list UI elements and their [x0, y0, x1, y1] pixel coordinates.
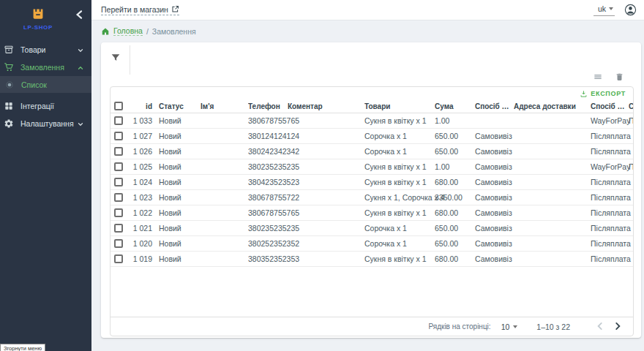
next-page-button[interactable] [613, 321, 624, 333]
column-header-phone[interactable]: Телефон [248, 100, 288, 113]
cell-sum: 680.00 [435, 174, 475, 189]
export-button[interactable]: ЕКСПОРТ [580, 90, 626, 98]
row-checkbox[interactable] [114, 132, 123, 140]
row-checkbox[interactable] [114, 239, 123, 248]
table-row[interactable]: 1 025Новий380235235235Сукня в квітку x 1… [111, 159, 633, 174]
account-button[interactable] [624, 4, 637, 16]
column-header-sum[interactable]: Сума [435, 100, 475, 113]
table-row[interactable]: 1 021Новий380235235235Сорочка x 1650.00С… [111, 220, 633, 235]
filter-button[interactable] [110, 52, 123, 65]
language-select[interactable]: uk [594, 4, 615, 16]
cell-status: Новий [159, 189, 201, 205]
cell-phone: 380242342342 [248, 143, 288, 159]
table-row[interactable]: 1 019Новий380352352353Сукня в квітку x 1… [111, 251, 633, 266]
cell-payment: Післяплата [591, 189, 629, 205]
rows-per-page-select[interactable]: 10 [501, 322, 518, 331]
table-row[interactable]: 1 033Новий380678755765Сукня в квітку x 1… [111, 113, 633, 128]
column-header-products[interactable]: Товари [364, 100, 435, 113]
column-header-id[interactable]: id [129, 100, 159, 113]
go-to-store-link[interactable]: Перейти в магазин [101, 5, 179, 15]
chevron-down-icon [77, 47, 84, 54]
chevron-left-icon [595, 321, 605, 331]
table-row[interactable]: 1 022Новий380678755765Сукня в квітку x 1… [111, 205, 633, 220]
collapse-sidebar-button[interactable] [74, 9, 86, 20]
column-header-comment[interactable]: Коментар [288, 100, 364, 113]
cell-sum: 650.00 [435, 235, 475, 251]
rows-per-page-value: 10 [501, 322, 510, 331]
cell-phone: 380235235235 [248, 220, 288, 235]
cell-status: Новий [159, 251, 201, 266]
row-checkbox[interactable] [114, 193, 123, 202]
cell-payment: Післяплата [591, 235, 629, 251]
cell-status: Новий [159, 113, 201, 128]
apps-icon [4, 101, 14, 111]
breadcrumb-home-link[interactable]: Головна [113, 26, 143, 36]
cart-icon [4, 62, 14, 72]
external-link-icon [171, 5, 179, 13]
column-header-name[interactable]: Ім'я [201, 100, 248, 113]
select-all-checkbox[interactable] [114, 102, 123, 110]
language-value: uk [598, 4, 606, 13]
row-checkbox[interactable] [114, 254, 123, 263]
cell-address [514, 235, 591, 251]
table-scroll-area[interactable]: id Статус Ім'я Телефон Коментар Товари С… [111, 100, 633, 267]
cell-delivery: Самовивіз [475, 220, 514, 235]
content-area: Головна / Замовлення [91, 20, 644, 351]
cell-payment: Післяплата [591, 143, 629, 159]
column-header-payment[interactable]: Спосіб оп... [591, 100, 629, 113]
sidebar-item-settings[interactable]: Налаштування [0, 115, 91, 132]
account-circle-icon [624, 4, 637, 16]
dot-icon [4, 80, 15, 90]
cell-delivery: Самовивіз [475, 174, 514, 189]
table-row[interactable]: 1 024Новий380423523523Сукня в квітку x 1… [111, 174, 633, 189]
logo-text: LP-SHOP [0, 24, 76, 31]
row-checkbox[interactable] [114, 162, 123, 171]
cell-address [514, 205, 591, 220]
delete-button[interactable] [615, 72, 626, 83]
row-checkbox[interactable] [114, 224, 123, 233]
download-icon [580, 90, 588, 98]
column-header-status[interactable]: Статус [159, 100, 201, 113]
cell-name [201, 113, 248, 128]
sidebar-item-products[interactable]: Товари [0, 41, 91, 58]
cell-phone: 380423523523 [248, 174, 288, 189]
sidebar-item-integrations[interactable]: Інтеграції [0, 97, 91, 115]
sidebar-item-orders[interactable]: Замовлення [0, 58, 91, 76]
cell-payment: Післяплата [591, 251, 629, 266]
cell-status: Новий [159, 220, 201, 235]
filter-funnel-icon [110, 52, 121, 64]
sidebar-menu: Товари Замовлення Список [0, 41, 91, 132]
cell-status: Новий [159, 159, 201, 174]
columns-button[interactable] [593, 72, 604, 83]
export-row: ЕКСПОРТ [111, 87, 633, 100]
cell-address [514, 128, 591, 143]
row-checkbox[interactable] [114, 178, 123, 186]
cell-name [201, 143, 248, 159]
cell-phone: 380124124124 [248, 128, 288, 143]
table-empty-space [111, 267, 633, 317]
logo[interactable]: LP-SHOP [0, 4, 76, 31]
cell-products: Сукня в квітку x 1 [364, 113, 435, 128]
sidebar-item-orders-list[interactable]: Список [0, 76, 91, 93]
row-checkbox[interactable] [114, 208, 123, 217]
table-row[interactable]: 1 020Новий380252352352Сорочка x 1650.00С… [111, 235, 633, 251]
cell-status: Новий [159, 235, 201, 251]
table-row[interactable]: 1 023Новий380678755722Сукня x 1, Сорочка… [111, 189, 633, 205]
cell-delivery: Самовивіз [475, 251, 514, 266]
table-row[interactable]: 1 026Новий380242342342Сорочка x 1650.00С… [111, 143, 633, 159]
column-header-pay-status[interactable]: С [629, 100, 633, 113]
prev-page-button[interactable] [595, 321, 607, 333]
cell-sum: 650.00 [435, 220, 475, 235]
column-header-delivery[interactable]: Спосіб до... [475, 100, 514, 113]
cell-name [201, 235, 248, 251]
cell-products: Сукня в квітку x 1 [364, 205, 435, 220]
row-checkbox[interactable] [114, 116, 123, 125]
column-header-address[interactable]: Адреса доставки [514, 100, 591, 113]
row-checkbox[interactable] [114, 147, 123, 156]
logo-area: LP-SHOP [0, 0, 91, 35]
table-row[interactable]: 1 027Новий380124124124Сорочка x 1650.00С… [111, 128, 633, 143]
cell-id: 1 021 [129, 220, 159, 235]
cell-name [201, 189, 248, 205]
cell-products: Сорочка x 1 [364, 220, 435, 235]
cell-name [201, 205, 248, 220]
